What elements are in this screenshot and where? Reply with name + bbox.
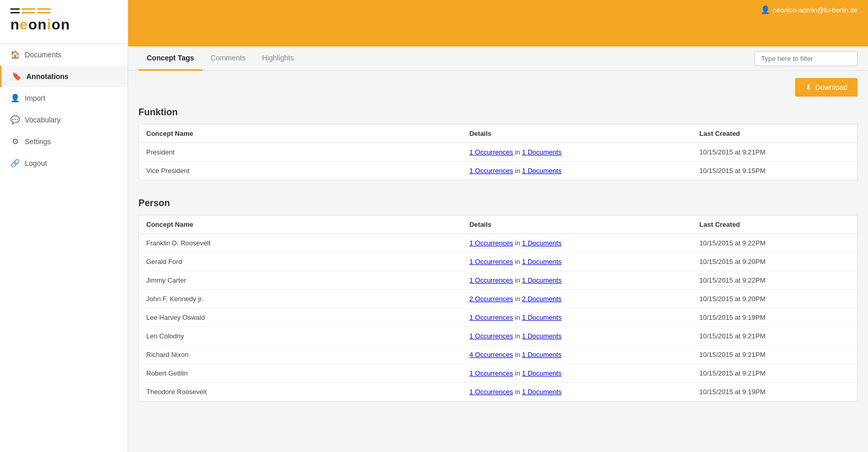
concept-name: Franklin D. Roosevelt xyxy=(139,234,462,253)
last-created: 10/15/2015 at 9:21PM xyxy=(692,346,858,364)
table-row: Lee Harvey Oswald 1 Occurrences in 1 Doc… xyxy=(139,308,858,327)
last-created: 10/15/2015 at 9:20PM xyxy=(692,253,858,271)
person-table: Concept Name Details Last Created Frankl… xyxy=(138,215,858,401)
sidebar-nav: 🏠 Documents 🔖 Annotations 👤 Import 💬 Voc… xyxy=(0,44,128,452)
tab-highlights[interactable]: Highlights xyxy=(254,46,302,71)
documents-link[interactable]: 1 Documents xyxy=(522,351,562,359)
tab-concept-tags[interactable]: Concept Tags xyxy=(138,46,203,71)
occurrences-link[interactable]: 1 Occurrences xyxy=(469,148,513,156)
documents-link[interactable]: 1 Documents xyxy=(522,258,562,266)
sidebar-item-vocabulary[interactable]: 💬 Vocabulary xyxy=(0,109,128,131)
person-col-name: Concept Name xyxy=(139,215,462,234)
details: 4 Occurrences in 1 Documents xyxy=(462,346,692,364)
download-button[interactable]: ⬇ Download xyxy=(795,78,858,97)
person-title: Person xyxy=(138,193,858,209)
last-created: 10/15/2015 at 9:15PM xyxy=(692,162,858,180)
documents-link[interactable]: 1 Documents xyxy=(522,276,562,284)
sidebar-item-label: Settings xyxy=(25,137,51,146)
documents-link[interactable]: 1 Documents xyxy=(522,369,562,377)
tabs: Concept Tags Comments Highlights xyxy=(138,46,302,70)
last-created: 10/15/2015 at 9:21PM xyxy=(692,364,858,383)
table-row: Len Colodny 1 Occurrences in 1 Documents… xyxy=(139,327,858,346)
documents-link[interactable]: 1 Documents xyxy=(522,148,562,156)
documents-link[interactable]: 1 Documents xyxy=(522,388,562,396)
user-email: neonion-admin@fu-berlin.de xyxy=(773,6,858,14)
speech-icon: 💬 xyxy=(10,115,20,124)
occurrences-link[interactable]: 2 Occurrences xyxy=(469,295,513,303)
concept-name: Lee Harvey Oswald xyxy=(139,308,462,327)
occurrences-link[interactable]: 1 Occurrences xyxy=(469,276,513,284)
logo-icon xyxy=(10,8,117,13)
filter-input[interactable] xyxy=(754,51,858,66)
in-text: in xyxy=(515,314,522,321)
sidebar-item-logout[interactable]: 🔗 Logout xyxy=(0,152,128,174)
in-text: in xyxy=(515,388,522,396)
sidebar-item-documents[interactable]: 🏠 Documents xyxy=(0,44,128,66)
documents-link[interactable]: 1 Documents xyxy=(522,332,562,340)
user-icon: 👤 xyxy=(10,93,20,103)
content-area: Concept Tags Comments Highlights ⬇ Downl… xyxy=(128,46,868,452)
logout-icon: 🔗 xyxy=(10,159,20,168)
concept-name: Theodore Roosevelt xyxy=(139,383,462,401)
tab-comments[interactable]: Comments xyxy=(203,46,254,71)
details: 1 Occurrences in 1 Documents xyxy=(462,327,692,346)
sidebar-item-label: Logout xyxy=(25,159,47,167)
details: 1 Occurrences in 1 Documents xyxy=(462,383,692,401)
occurrences-link[interactable]: 1 Occurrences xyxy=(469,239,513,247)
documents-link[interactable]: 1 Documents xyxy=(522,167,562,175)
concept-name: John F. Kennedy jr. xyxy=(139,290,462,308)
details: 1 Occurrences in 1 Documents xyxy=(462,234,692,253)
download-icon: ⬇ xyxy=(805,83,812,91)
user-account-icon: 👤 xyxy=(761,5,770,14)
sidebar-item-label: Documents xyxy=(25,51,61,59)
person-col-details: Details xyxy=(462,215,692,234)
documents-link[interactable]: 2 Documents xyxy=(522,295,562,303)
details: 1 Occurrences in 1 Documents xyxy=(462,253,692,271)
occurrences-link[interactable]: 1 Occurrences xyxy=(469,332,513,340)
funktion-col-details: Details xyxy=(462,124,692,143)
occurrences-link[interactable]: 4 Occurrences xyxy=(469,351,513,359)
in-text: in xyxy=(515,239,522,247)
in-text: in xyxy=(515,369,522,377)
bookmark-icon: 🔖 xyxy=(12,72,21,81)
sidebar-item-annotations[interactable]: 🔖 Annotations xyxy=(0,66,128,87)
sidebar-item-label: Vocabulary xyxy=(25,116,60,124)
in-text: in xyxy=(515,332,522,340)
in-text: in xyxy=(515,258,522,266)
sidebar-item-settings[interactable]: ⚙ Settings xyxy=(0,131,128,152)
funktion-table: Concept Name Details Last Created Presid… xyxy=(138,124,858,180)
concept-name: Robert Gettlin xyxy=(139,364,462,383)
concept-name: Richard Nixon xyxy=(139,346,462,364)
logo-bar-6 xyxy=(37,12,51,13)
occurrences-link[interactable]: 1 Occurrences xyxy=(469,388,513,396)
gear-icon: ⚙ xyxy=(10,137,20,146)
last-created: 10/15/2015 at 9:21PM xyxy=(692,143,858,162)
funktion-section: Funktion Concept Name Details Last Creat… xyxy=(128,102,868,191)
table-row: Theodore Roosevelt 1 Occurrences in 1 Do… xyxy=(139,383,858,401)
occurrences-link[interactable]: 1 Occurrences xyxy=(469,167,513,175)
details: 1 Occurrences in 1 Documents xyxy=(462,143,692,162)
occurrences-link[interactable]: 1 Occurrences xyxy=(469,369,513,377)
funktion-col-created: Last Created xyxy=(692,124,858,143)
in-text: in xyxy=(515,148,522,156)
sidebar-item-label: Annotations xyxy=(26,72,69,81)
last-created: 10/15/2015 at 9:19PM xyxy=(692,308,858,327)
documents-link[interactable]: 1 Documents xyxy=(522,314,562,321)
table-row: Robert Gettlin 1 Occurrences in 1 Docume… xyxy=(139,364,858,383)
table-row: John F. Kennedy jr. 2 Occurrences in 2 D… xyxy=(139,290,858,308)
last-created: 10/15/2015 at 9:19PM xyxy=(692,383,858,401)
occurrences-link[interactable]: 1 Occurrences xyxy=(469,314,513,321)
in-text: in xyxy=(515,167,522,175)
occurrences-link[interactable]: 1 Occurrences xyxy=(469,258,513,266)
in-text: in xyxy=(515,351,522,359)
user-info: 👤 neonion-admin@fu-berlin.de xyxy=(761,5,858,14)
details: 1 Occurrences in 1 Documents xyxy=(462,308,692,327)
sidebar-item-import[interactable]: 👤 Import xyxy=(0,87,128,109)
sidebar-item-label: Import xyxy=(25,94,45,102)
table-row: Jimmy Carter 1 Occurrences in 1 Document… xyxy=(139,271,858,290)
last-created: 10/15/2015 at 9:20PM xyxy=(692,290,858,308)
details: 1 Occurrences in 1 Documents xyxy=(462,271,692,290)
logo-bar-4 xyxy=(10,12,20,13)
documents-link[interactable]: 1 Documents xyxy=(522,239,562,247)
table-row: Franklin D. Roosevelt 1 Occurrences in 1… xyxy=(139,234,858,253)
